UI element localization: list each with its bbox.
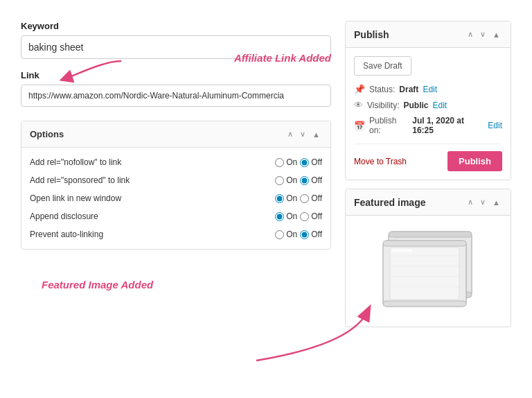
options-body: Add rel="nofollow" to link On Off Add re… <box>21 148 330 249</box>
option-sponsored-on-label[interactable]: On <box>275 175 297 185</box>
option-new-window-off[interactable] <box>300 194 309 203</box>
svg-rect-17 <box>391 249 412 252</box>
featured-collapse-down-btn[interactable]: ∨ <box>478 196 488 208</box>
featured-image-area[interactable] <box>346 216 511 327</box>
publish-box-controls: ∧ ∨ ▲ <box>466 28 502 40</box>
option-sponsored-off-label[interactable]: Off <box>300 175 322 185</box>
keyword-label: Keyword <box>21 21 331 31</box>
visibility-value: Public <box>403 101 428 110</box>
left-panel: Keyword Link Affiliate Link Added <box>21 21 331 327</box>
featured-image-controls: ∧ ∨ ▲ <box>466 196 502 208</box>
publish-box-body: Save Draft 📌 Status: Draft Edit 👁 Visibi… <box>346 48 511 180</box>
affiliate-arrow-icon <box>62 58 125 84</box>
option-row-disclosure: Append disclosure On Off <box>30 207 322 225</box>
option-auto-link-label: Prevent auto-linking <box>30 230 103 239</box>
right-panel: Publish ∧ ∨ ▲ Save Draft 📌 Status: Draft… <box>345 21 511 327</box>
save-draft-button[interactable]: Save Draft <box>354 56 411 76</box>
option-new-window-on-label[interactable]: On <box>275 193 297 203</box>
publish-button[interactable]: Publish <box>447 151 502 171</box>
featured-collapse-up-btn[interactable]: ∧ <box>466 196 475 208</box>
option-row-sponsored: Add rel="sponsored" to link On Off <box>30 171 322 189</box>
option-auto-link-off-label[interactable]: Off <box>300 230 322 239</box>
svg-rect-11 <box>383 301 466 306</box>
option-nofollow-on-label[interactable]: On <box>275 157 297 167</box>
option-disclosure-on-label[interactable]: On <box>275 211 297 221</box>
publish-expand-btn[interactable]: ▲ <box>490 29 502 40</box>
option-nofollow-label: Add rel="nofollow" to link <box>30 157 121 167</box>
publish-collapse-up-btn[interactable]: ∧ <box>466 28 475 40</box>
featured-image-box: Featured image ∧ ∨ ▲ <box>345 189 511 327</box>
featured-image-title: Featured image <box>354 197 425 208</box>
option-nofollow-off[interactable] <box>300 158 309 167</box>
option-disclosure-on[interactable] <box>275 212 284 221</box>
publish-footer: Move to Trash Publish <box>354 144 502 171</box>
options-expand-btn[interactable]: ▲ <box>310 129 322 140</box>
link-input[interactable] <box>21 85 331 107</box>
svg-rect-2 <box>389 232 472 237</box>
publish-on-edit-link[interactable]: Edit <box>488 121 502 130</box>
option-sponsored-on[interactable] <box>275 176 284 185</box>
publish-box-title: Publish <box>354 29 389 40</box>
calendar-icon: 📅 <box>354 121 365 131</box>
link-section: Link Affiliate Link Added <box>21 70 331 107</box>
svg-rect-10 <box>383 241 466 246</box>
option-new-window-label: Open link in new window <box>30 193 121 203</box>
publish-collapse-down-btn[interactable]: ∨ <box>478 28 488 40</box>
baking-sheet-image <box>376 223 480 320</box>
option-auto-link-off[interactable] <box>300 230 309 239</box>
option-new-window-on[interactable] <box>275 194 284 203</box>
option-row-nofollow: Add rel="nofollow" to link On Off <box>30 153 322 171</box>
option-nofollow-off-label[interactable]: Off <box>300 157 322 167</box>
move-to-trash-link[interactable]: Move to Trash <box>354 157 407 166</box>
options-collapse-up-btn[interactable]: ∧ <box>285 128 295 140</box>
option-nofollow-on[interactable] <box>275 158 284 167</box>
option-disclosure-off-label[interactable]: Off <box>300 211 322 221</box>
options-controls: ∧ ∨ ▲ <box>285 128 322 140</box>
option-disclosure-label: Append disclosure <box>30 211 98 221</box>
options-header: Options ∧ ∨ ▲ <box>21 121 330 148</box>
featured-annotation: Featured Image Added <box>42 279 153 291</box>
option-row-new-window: Open link in new window On Off <box>30 189 322 207</box>
status-edit-link[interactable]: Edit <box>423 85 437 94</box>
status-row: 📌 Status: Draft Edit <box>354 84 502 94</box>
main-layout: Keyword Link Affiliate Link Added <box>14 14 518 334</box>
featured-image-header: Featured image ∧ ∨ ▲ <box>346 189 511 216</box>
option-nofollow-radios: On Off <box>275 157 322 167</box>
svg-rect-12 <box>390 248 459 300</box>
visibility-icon: 👁 <box>354 100 363 110</box>
option-new-window-off-label[interactable]: Off <box>300 193 322 203</box>
options-title: Options <box>30 129 64 139</box>
option-auto-link-on[interactable] <box>275 230 284 239</box>
status-value: Draft <box>399 85 418 94</box>
option-new-window-radios: On Off <box>275 193 322 203</box>
status-label: Status: <box>369 85 395 94</box>
option-disclosure-off[interactable] <box>300 212 309 221</box>
option-sponsored-radios: On Off <box>275 175 322 185</box>
status-icon: 📌 <box>354 84 365 94</box>
option-row-auto-link: Prevent auto-linking On Off <box>30 225 322 243</box>
publish-on-value: Jul 1, 2020 at 16:25 <box>412 116 484 135</box>
visibility-row: 👁 Visibility: Public Edit <box>354 100 502 110</box>
visibility-label: Visibility: <box>367 101 399 110</box>
publish-box: Publish ∧ ∨ ▲ Save Draft 📌 Status: Draft… <box>345 21 511 180</box>
featured-annotation-area: Featured Image Added <box>21 255 331 293</box>
options-box: Options ∧ ∨ ▲ Add rel="nofollow" to link… <box>21 121 331 250</box>
options-collapse-down-btn[interactable]: ∨ <box>298 128 308 140</box>
visibility-edit-link[interactable]: Edit <box>432 101 447 110</box>
publish-on-row: 📅 Publish on: Jul 1, 2020 at 16:25 Edit <box>354 116 502 135</box>
option-disclosure-radios: On Off <box>275 211 322 221</box>
publish-box-header: Publish ∧ ∨ ▲ <box>346 21 511 48</box>
option-sponsored-label: Add rel="sponsored" to link <box>30 175 130 185</box>
option-auto-link-radios: On Off <box>275 230 322 239</box>
option-sponsored-off[interactable] <box>300 176 309 185</box>
affiliate-annotation: Affiliate Link Added <box>234 52 331 64</box>
featured-expand-btn[interactable]: ▲ <box>490 197 502 208</box>
option-auto-link-on-label[interactable]: On <box>275 230 297 239</box>
publish-on-label: Publish on: <box>369 116 408 135</box>
